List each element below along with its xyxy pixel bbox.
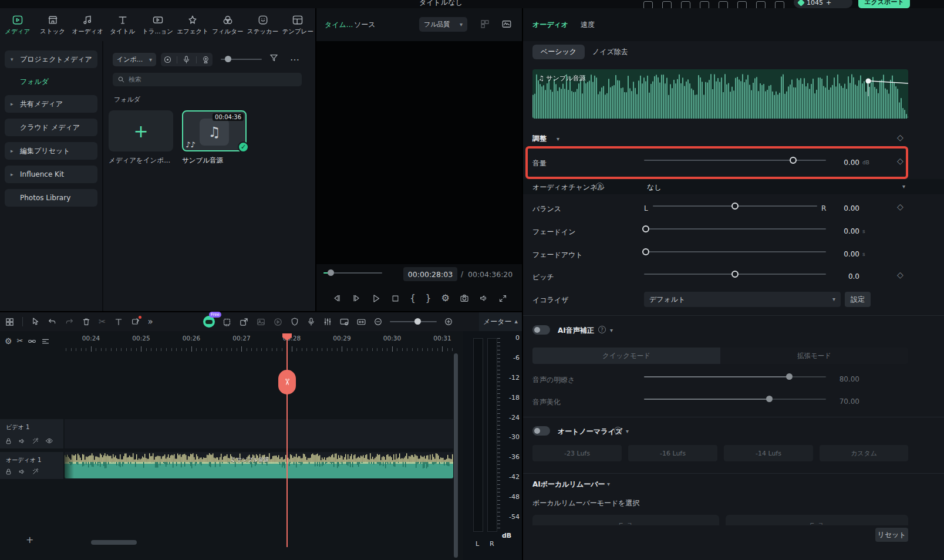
sidebar-item-project-media[interactable]: ▾ プロジェクトメディア [5,50,97,68]
zoom-out-icon[interactable] [373,317,383,326]
reset-button[interactable]: リセット [875,528,908,542]
timeline-zoom-slider[interactable] [390,318,437,326]
sidebar-item-cloud-media[interactable]: クラウド メディア [5,119,97,136]
auto-normalize-collapse-icon[interactable]: ▾ [626,429,629,434]
magic-wand-icon[interactable] [32,437,39,445]
filter-funnel-icon[interactable] [269,53,279,63]
pitch-keyframe-icon[interactable]: ◇ [897,271,903,279]
help-icon[interactable]: ? [598,326,606,333]
caret-right-icon[interactable]: ▸ [11,101,14,107]
export-button[interactable]: エクスポート [858,0,910,8]
add-track-icon[interactable]: + [26,534,33,545]
titlebar-icon[interactable] [737,1,747,8]
subtab-basic[interactable]: ベーシック [532,45,585,59]
help-icon[interactable]: ? [596,183,604,190]
titlebar-icon[interactable] [662,1,672,8]
sidebar-item-folder[interactable]: フォルダ [5,74,97,89]
media-blocks-icon[interactable] [5,317,15,327]
lufs-option-14[interactable]: -14 Lufs [724,445,813,461]
extended-mode-option[interactable]: 拡張モード [720,348,908,364]
tab-audio[interactable]: オーディオ [70,8,105,41]
caret-right-icon[interactable]: ▸ [11,171,14,177]
tab-transition[interactable]: トラ...ョン [140,8,176,41]
search-input[interactable] [129,76,281,83]
export-frame-icon[interactable] [239,317,249,327]
vocal-remover-collapse-icon[interactable]: ▾ [607,481,610,487]
fade-in-value[interactable]: 0.00 [828,227,859,235]
caret-down-icon[interactable]: ▾ [11,56,14,62]
sidebar-item-influence-kit[interactable]: ▸ Influence Kit [5,166,97,183]
tab-timeline-view[interactable]: タイム... [325,20,353,30]
balance-keyframe-icon[interactable]: ◇ [897,203,903,211]
caret-right-icon[interactable]: ▸ [11,148,14,154]
audio-track-header[interactable]: オーディオ 1 [0,452,63,479]
subtab-denoise[interactable]: ノイズ除去 [586,45,634,59]
search-box[interactable] [113,73,302,86]
chevron-down-icon[interactable]: ▾ [902,184,905,190]
range-select-icon[interactable] [222,317,232,327]
equalizer-settings-button[interactable]: 設定 [845,292,871,307]
audio-mixer-icon[interactable] [323,317,332,326]
quality-dropdown[interactable]: フル品質 ▾ [419,17,467,32]
more-options-icon[interactable]: … [290,53,299,62]
tab-template[interactable]: テンプレー [280,8,315,41]
tab-sticker[interactable]: ステッカー [245,8,281,41]
audio-channel-value[interactable]: なし [647,183,662,193]
playback-settings-icon[interactable]: ⚙ [441,294,449,303]
stop-icon[interactable] [391,294,400,303]
more-tools-icon[interactable]: » [148,318,153,326]
fade-out-value[interactable]: 0.00 [828,250,859,258]
mark-in-icon[interactable]: { [410,293,416,303]
adjust-keyframe-icon[interactable]: ◇ [897,133,903,141]
titlebar-icon[interactable] [719,1,728,8]
webcam-icon[interactable] [201,55,210,64]
equalizer-dropdown[interactable]: デフォルト ▾ [644,292,841,307]
clip-waveform-panel[interactable]: ♫ サンプル音源 [532,69,908,119]
lufs-option-23[interactable]: -23 Lufs [532,445,622,461]
redo-icon[interactable] [65,317,74,326]
record-icon[interactable] [163,55,172,64]
lock-icon[interactable] [5,437,12,445]
video-track-header[interactable]: ビデオ 1 [0,419,63,448]
render-preview-icon[interactable] [273,317,283,327]
mic-icon[interactable] [182,55,191,64]
select-tool-icon[interactable] [31,317,40,326]
lufs-option-custom[interactable]: カスタム [820,445,908,461]
tab-media[interactable]: メディア [0,8,35,41]
tab-source-view[interactable]: ソース [354,20,376,30]
previous-frame-icon[interactable] [332,294,342,303]
balance-slider[interactable] [653,202,817,210]
volume-keyframe-icon[interactable]: ◇ [897,157,903,165]
help-icon[interactable]: ? [614,427,622,434]
scope-icon[interactable] [501,19,512,29]
tab-audio-settings[interactable]: オーディオ [532,20,568,30]
quick-mode-option[interactable]: クイックモード [532,348,720,364]
horizontal-scrollbar[interactable] [91,540,137,545]
playhead-scissors-button[interactable]: ✂ [278,370,296,394]
import-media-tile[interactable]: + [109,110,173,151]
titlebar-icon[interactable] [775,1,784,8]
sidebar-item-shared-media[interactable]: ▸ 共有メディア [5,95,97,113]
clarity-slider[interactable] [644,373,826,381]
sample-audio-tile[interactable]: ♫ 00:04:36 ♪♪ ✓ [182,110,247,151]
ai-voice-toggle[interactable] [532,325,550,335]
fit-timeline-icon[interactable] [356,317,366,327]
tab-speed-settings[interactable]: 速度 [581,20,595,30]
ai-voice-collapse-icon[interactable]: ▾ [610,328,613,333]
fade-in-slider[interactable] [644,225,826,233]
preview-viewport[interactable] [316,41,523,264]
marker-icon[interactable] [290,317,299,326]
tab-stock[interactable]: ストック [35,8,70,41]
magic-wand-icon[interactable] [32,468,39,475]
speaker-icon[interactable] [479,294,488,303]
delete-icon[interactable] [82,317,91,326]
playhead-line[interactable] [286,333,288,547]
lock-icon[interactable] [5,468,12,475]
mute-speaker-icon[interactable] [18,468,26,475]
voiceover-mic-icon[interactable] [306,317,316,326]
adjust-collapse-icon[interactable]: ▾ [557,136,559,142]
titlebar-icon[interactable] [681,1,690,8]
screen-record-icon[interactable] [339,317,349,327]
pitch-slider[interactable] [644,270,826,278]
tab-effect[interactable]: エフェクト [175,8,210,41]
